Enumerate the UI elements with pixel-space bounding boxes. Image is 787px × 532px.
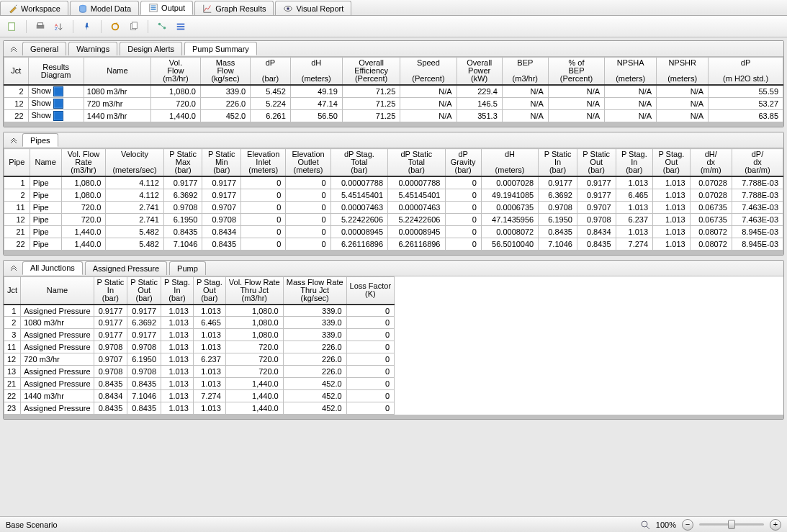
pipes-table: PipeNameVol. FlowRate(m3/hr)Velocity(met… bbox=[4, 148, 783, 251]
pump-summary-table: JctResultsDiagramNameVol.Flow(m3/hr)Mass… bbox=[4, 57, 783, 122]
collapse-icon[interactable] bbox=[8, 43, 19, 55]
svg-rect-2 bbox=[151, 6, 156, 6]
link-icon[interactable] bbox=[154, 19, 170, 35]
column-header[interactable]: P Stag.In(bar) bbox=[161, 276, 194, 305]
new-icon[interactable] bbox=[4, 19, 20, 35]
table-row[interactable]: 21Pipe1,440.05.4820.84350.8434000.000089… bbox=[4, 225, 783, 238]
junctions-table: JctNameP StaticIn(bar)P StaticOut(bar)P … bbox=[4, 276, 395, 415]
table-row[interactable]: 22Pipe1,440.05.4827.10460.8435006.261168… bbox=[4, 238, 783, 250]
column-header[interactable]: % ofBEP(Percent) bbox=[548, 58, 604, 86]
table-row[interactable]: 12Pipe720.02.7416.19500.9708005.22422606… bbox=[4, 213, 783, 225]
column-header[interactable]: Name bbox=[21, 276, 94, 305]
column-header[interactable]: Name bbox=[30, 149, 61, 177]
column-header[interactable]: ElevationInlet(meters) bbox=[241, 149, 286, 177]
subtab-assigned-pressure[interactable]: Assigned Pressure bbox=[85, 261, 167, 275]
svg-point-6 bbox=[287, 7, 290, 10]
table-row[interactable]: 1Pipe1,080.04.1120.91770.9177000.0000778… bbox=[4, 176, 783, 189]
column-header[interactable]: dP StaticTotal(bar) bbox=[388, 149, 445, 177]
column-header[interactable]: OverallEfficiency(Percent) bbox=[342, 58, 400, 86]
tab-graph-results[interactable]: Graph Results bbox=[194, 1, 274, 15]
column-header[interactable]: NPSHR(meters) bbox=[657, 58, 709, 86]
column-header[interactable]: Jct bbox=[4, 276, 21, 305]
column-header[interactable]: OverallPower(kW) bbox=[457, 58, 502, 86]
column-header[interactable]: dPGravity(bar) bbox=[445, 149, 481, 177]
copy-icon[interactable] bbox=[126, 19, 142, 35]
table-row[interactable]: 221440 m3/hr0.84347.10461.0137.2741,440.… bbox=[4, 390, 395, 402]
subtab-design-alerts[interactable]: Design Alerts bbox=[120, 42, 182, 55]
table-row[interactable]: 11Assigned Pressure0.97080.97081.0131.01… bbox=[4, 341, 395, 353]
table-row[interactable]: 21080 m3/hr0.91776.36921.0136.4651,080.0… bbox=[4, 317, 395, 329]
column-header[interactable]: Vol. Flow RateThru Jct(m3/hr) bbox=[225, 276, 283, 305]
column-header[interactable]: dP Stag.Total(bar) bbox=[330, 149, 387, 177]
column-header[interactable]: P StaticOut(bar) bbox=[127, 276, 161, 305]
column-header[interactable]: Vol.Flow(m3/hr) bbox=[151, 58, 201, 86]
diagram-button[interactable] bbox=[53, 111, 63, 121]
column-header[interactable]: Mass Flow RateThru Jct(kg/sec) bbox=[283, 276, 346, 305]
column-header[interactable]: Velocity(meters/sec) bbox=[106, 149, 164, 177]
column-header[interactable]: Vol. FlowRate(m3/hr) bbox=[61, 149, 106, 177]
column-header[interactable]: P Stag.Out(bar) bbox=[193, 276, 225, 305]
column-header[interactable]: MassFlow(kg/sec) bbox=[200, 58, 250, 86]
table-row[interactable]: 12Show 720 m3/hr720.0226.05.22447.1471.2… bbox=[4, 98, 783, 110]
table-row[interactable]: 23Assigned Pressure0.84350.84351.0131.01… bbox=[4, 402, 395, 415]
column-header[interactable]: P StaticOut(bar) bbox=[577, 149, 616, 177]
subtab-pipes[interactable]: Pipes bbox=[22, 133, 58, 147]
column-header[interactable]: Pipe bbox=[4, 149, 30, 177]
zoom-out-button[interactable]: − bbox=[682, 519, 693, 531]
column-header[interactable]: dP/dx(bar/m) bbox=[732, 149, 783, 177]
table-row[interactable]: 21Assigned Pressure0.84350.84351.0131.01… bbox=[4, 378, 395, 390]
column-header[interactable]: ResultsDiagram bbox=[28, 58, 84, 86]
column-header[interactable]: P StaticMax(bar) bbox=[163, 149, 202, 177]
table-row[interactable]: 13Assigned Pressure0.97080.97081.0131.01… bbox=[4, 366, 395, 378]
column-header[interactable]: ElevationOutlet(meters) bbox=[286, 149, 330, 177]
column-header[interactable]: Loss Factor(K) bbox=[346, 276, 394, 305]
print-icon[interactable] bbox=[32, 19, 48, 35]
svg-point-12 bbox=[112, 23, 119, 30]
column-header[interactable]: P Stag.In(bar) bbox=[616, 149, 653, 177]
list-icon[interactable] bbox=[173, 19, 189, 35]
column-header[interactable]: P StaticIn(bar) bbox=[94, 276, 127, 305]
column-header[interactable]: Name bbox=[84, 58, 150, 86]
pump-summary-panel: GeneralWarningsDesign AlertsPump Summary… bbox=[3, 40, 784, 127]
table-row[interactable]: 3Assigned Pressure0.91770.91771.0131.013… bbox=[4, 329, 395, 341]
column-header[interactable]: dH(meters) bbox=[481, 149, 538, 177]
column-header[interactable]: P StaticIn(bar) bbox=[539, 149, 577, 177]
zoom-in-button[interactable]: + bbox=[770, 519, 781, 531]
column-header[interactable]: dP(bar) bbox=[251, 58, 291, 86]
column-header[interactable]: Speed(Percent) bbox=[400, 58, 457, 86]
table-row[interactable]: 22Show 1440 m3/hr1,440.0452.06.26156.507… bbox=[4, 110, 783, 122]
pin-icon[interactable] bbox=[79, 19, 95, 35]
tab-model-data[interactable]: Model Data bbox=[70, 1, 139, 15]
tab-workspace[interactable]: Workspace bbox=[0, 1, 68, 15]
column-header[interactable]: dP(m H2O std.) bbox=[709, 58, 783, 86]
subtab-warnings[interactable]: Warnings bbox=[68, 42, 117, 55]
column-header[interactable]: dH(meters) bbox=[290, 58, 342, 86]
svg-rect-3 bbox=[151, 7, 156, 8]
diagram-button[interactable] bbox=[53, 99, 63, 109]
tab-visual-report[interactable]: Visual Report bbox=[275, 1, 351, 15]
tab-output[interactable]: Output bbox=[140, 1, 193, 15]
table-row[interactable]: 2Pipe1,080.04.1126.36920.9177005.4514540… bbox=[4, 189, 783, 201]
collapse-icon[interactable] bbox=[8, 135, 19, 146]
subtab-pump-summary[interactable]: Pump Summary bbox=[184, 42, 257, 55]
refresh-icon[interactable] bbox=[107, 19, 123, 35]
table-row[interactable]: 1Assigned Pressure0.91770.91771.0131.013… bbox=[4, 305, 395, 317]
diagram-button[interactable] bbox=[53, 86, 63, 96]
column-header[interactable]: P Stag.Out(bar) bbox=[653, 149, 691, 177]
subtab-general[interactable]: General bbox=[22, 42, 66, 55]
column-header[interactable]: dH/dx(m/m) bbox=[690, 149, 732, 177]
column-header[interactable]: Jct bbox=[4, 58, 29, 86]
table-row[interactable]: 12720 m3/hr0.97076.19501.0136.237720.022… bbox=[4, 353, 395, 366]
column-header[interactable]: P StaticMin(bar) bbox=[202, 149, 241, 177]
sort-icon[interactable]: AZ bbox=[51, 19, 67, 35]
table-row[interactable]: 11Pipe720.02.7410.97080.9707000.00007463… bbox=[4, 201, 783, 213]
table-row[interactable]: 2Show 1080 m3/hr1,080.0339.05.45249.1971… bbox=[4, 85, 783, 98]
zoom-slider[interactable] bbox=[699, 523, 764, 526]
subtab-all-junctions[interactable]: All Junctions bbox=[22, 261, 83, 275]
column-header[interactable]: BEP(m3/hr) bbox=[502, 58, 548, 86]
collapse-icon[interactable] bbox=[8, 262, 19, 274]
column-header[interactable]: NPSHA(meters) bbox=[605, 58, 657, 86]
svg-rect-4 bbox=[151, 9, 156, 10]
subtab-pump[interactable]: Pump bbox=[169, 261, 206, 275]
zoom-level: 100% bbox=[656, 520, 676, 529]
